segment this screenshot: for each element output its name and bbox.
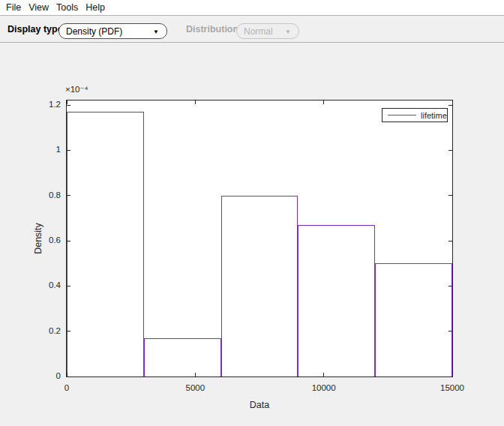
y-tick-label: 0	[23, 371, 61, 380]
legend-label: lifetime	[421, 111, 447, 120]
chevron-down-icon: ▼	[285, 28, 291, 35]
legend-line-sample	[388, 115, 416, 116]
menu-tools[interactable]: Tools	[52, 1, 82, 14]
display-type-select[interactable]: Density (PDF) ▼	[58, 23, 167, 39]
y-tick	[67, 286, 70, 286]
distribution-value: Normal	[244, 26, 273, 37]
y-tick-mirror	[448, 105, 452, 106]
x-tick	[195, 373, 196, 376]
plot-axes: ×10⁻⁴ Density Data 05000100001500000.20.…	[66, 100, 453, 377]
y-tick-mirror	[448, 241, 452, 242]
y-tick	[67, 195, 70, 196]
y-tick	[67, 105, 70, 106]
toolbar: Display type: Density (PDF) ▼ Distributi…	[0, 15, 504, 43]
x-tick-label: 0	[64, 383, 69, 392]
x-tick-mirror	[452, 100, 453, 104]
y-tick	[67, 331, 70, 332]
chevron-down-icon: ▼	[153, 28, 159, 35]
distribution-select[interactable]: Normal ▼	[236, 23, 299, 39]
histogram-bar	[221, 196, 298, 376]
menu-bar: FileViewToolsHelp	[0, 0, 504, 15]
histogram-bar	[375, 263, 452, 376]
menu-help[interactable]: Help	[82, 1, 109, 14]
y-tick-mirror	[448, 286, 452, 286]
y-axis-exponent-label: ×10⁻⁴	[65, 84, 88, 94]
distribution-label: Distribution:	[186, 24, 242, 34]
histogram-bar	[298, 225, 375, 376]
y-tick-mirror	[448, 376, 452, 377]
x-axis-label: Data	[67, 400, 452, 410]
x-tick-mirror	[323, 100, 324, 104]
y-tick-label: 0.8	[23, 190, 61, 200]
distribution-fitter-window: { "menu": { "items": ["File", "View", "T…	[0, 0, 504, 426]
figure-area: ×10⁻⁴ Density Data 05000100001500000.20.…	[0, 43, 504, 426]
x-tick-label: 5000	[186, 383, 206, 392]
y-tick-mirror	[448, 150, 452, 151]
legend[interactable]: lifetime	[382, 108, 448, 122]
y-tick	[67, 241, 70, 242]
y-tick-label: 1.2	[23, 100, 61, 109]
display-type-value: Density (PDF)	[66, 26, 122, 37]
plot-area: ×10⁻⁴ Density Data 05000100001500000.20.…	[67, 100, 452, 376]
x-tick-mirror	[195, 100, 196, 104]
y-tick	[67, 376, 70, 377]
y-tick-label: 0.6	[23, 236, 61, 244]
y-tick-label: 1	[23, 145, 61, 154]
y-tick-label: 0.2	[23, 326, 61, 335]
histogram-bar	[67, 112, 144, 376]
x-tick-label: 15000	[440, 383, 464, 392]
x-tick	[323, 373, 324, 376]
x-tick-label: 10000	[312, 383, 336, 392]
x-tick-mirror	[67, 100, 68, 104]
y-tick-mirror	[448, 195, 452, 196]
display-type-label: Display type:	[8, 24, 66, 34]
menu-view[interactable]: View	[25, 1, 52, 14]
y-tick-label: 0.4	[23, 280, 61, 290]
y-tick	[67, 150, 70, 151]
y-tick-mirror	[448, 331, 452, 332]
menu-file[interactable]: File	[2, 1, 25, 14]
histogram-bar	[144, 338, 221, 376]
